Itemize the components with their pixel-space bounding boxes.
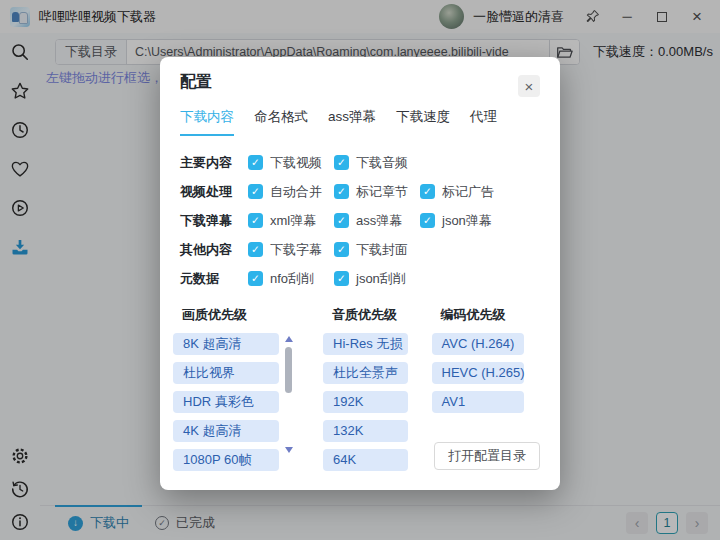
checkbox-download-cover[interactable]: ✓下载封面 [334, 241, 420, 259]
codec-header: 编码优先级 [432, 306, 540, 324]
row-label: 其他内容 [180, 241, 248, 259]
row-other-content: 其他内容 ✓下载字幕 ✓下载封面 [180, 235, 540, 264]
checkbox-download-audio[interactable]: ✓下载音频 [334, 154, 420, 172]
checkbox-checked-icon: ✓ [334, 155, 349, 170]
codec-option[interactable]: AV1 [432, 391, 524, 413]
checkbox-mark-chapters[interactable]: ✓标记章节 [334, 183, 420, 201]
quality-option[interactable]: HDR 真彩色 [173, 391, 279, 413]
row-label: 元数据 [180, 270, 248, 288]
audio-option[interactable]: 64K [323, 449, 408, 471]
codec-option[interactable]: HEVC (H.265) [432, 362, 524, 384]
checkbox-download-subtitles[interactable]: ✓下载字幕 [248, 241, 334, 259]
checkbox-checked-icon: ✓ [420, 213, 435, 228]
checkbox-checked-icon: ✓ [248, 213, 263, 228]
scroll-up-icon[interactable] [285, 336, 293, 342]
row-label: 下载弹幕 [180, 212, 248, 230]
row-video-processing: 视频处理 ✓自动合并 ✓标记章节 ✓标记广告 [180, 177, 540, 206]
quality-option[interactable]: 8K 超高清 [173, 333, 279, 355]
video-quality-column: 画质优先级 8K 超高清 杜比视界 HDR 真彩色 4K 超高清 1080P 6… [173, 306, 323, 478]
checkbox-download-video[interactable]: ✓下载视频 [248, 154, 334, 172]
row-metadata: 元数据 ✓nfo刮削 ✓json刮削 [180, 264, 540, 293]
audio-option[interactable]: 192K [323, 391, 408, 413]
audio-option[interactable]: 132K [323, 420, 408, 442]
checkbox-checked-icon: ✓ [334, 184, 349, 199]
checkbox-checked-icon: ✓ [334, 242, 349, 257]
checkbox-checked-icon: ✓ [248, 271, 263, 286]
tab-ass-danmaku[interactable]: ass弹幕 [328, 108, 376, 136]
quality-list-scrollbar[interactable] [282, 333, 295, 473]
checkbox-checked-icon: ✓ [248, 155, 263, 170]
dialog-title: 配置 [180, 72, 212, 93]
quality-option[interactable]: 杜比视界 [173, 362, 279, 384]
codec-option[interactable]: AVC (H.264) [432, 333, 524, 355]
audio-option[interactable]: 杜比全景声 [323, 362, 408, 384]
tab-naming-format[interactable]: 命名格式 [254, 108, 308, 136]
quality-option[interactable]: 1080P 60帧 [173, 449, 279, 471]
app-window: 哔哩哔哩视频下载器 一脸懵逼的清喜 ─ × [0, 0, 720, 540]
checkbox-json-scrape[interactable]: ✓json刮削 [334, 270, 420, 288]
tab-download-speed[interactable]: 下载速度 [396, 108, 450, 136]
checkbox-xml-danmaku[interactable]: ✓xml弹幕 [248, 212, 334, 230]
audio-quality-column: 音质优先级 Hi-Res 无损 杜比全景声 192K 132K 64K [323, 306, 431, 478]
checkbox-auto-merge[interactable]: ✓自动合并 [248, 183, 334, 201]
checkbox-mark-ads[interactable]: ✓标记广告 [420, 183, 506, 201]
checkbox-checked-icon: ✓ [248, 242, 263, 257]
checkbox-checked-icon: ✓ [420, 184, 435, 199]
audio-quality-header: 音质优先级 [323, 306, 431, 324]
tab-download-content[interactable]: 下载内容 [180, 108, 234, 136]
tab-proxy[interactable]: 代理 [470, 108, 497, 136]
open-config-dir-button[interactable]: 打开配置目录 [434, 442, 540, 470]
checkbox-section: 主要内容 ✓下载视频 ✓下载音频 视频处理 ✓自动合并 ✓标记章节 ✓标记广告 … [180, 148, 540, 293]
codec-list: AVC (H.264) HEVC (H.265) AV1 [432, 333, 524, 413]
audio-option[interactable]: Hi-Res 无损 [323, 333, 408, 355]
dialog-close-button[interactable]: × [518, 75, 540, 97]
checkbox-checked-icon: ✓ [248, 184, 263, 199]
scrollbar-thumb[interactable] [285, 347, 292, 393]
checkbox-checked-icon: ✓ [334, 271, 349, 286]
checkbox-nfo-scrape[interactable]: ✓nfo刮削 [248, 270, 334, 288]
row-label: 视频处理 [180, 183, 248, 201]
config-dialog: 配置 × 下载内容 命名格式 ass弹幕 下载速度 代理 主要内容 ✓下载视频 … [160, 57, 560, 490]
audio-quality-list: Hi-Res 无损 杜比全景声 192K 132K 64K [323, 333, 408, 471]
close-icon: × [525, 79, 534, 94]
row-label: 主要内容 [180, 154, 248, 172]
scroll-down-icon[interactable] [285, 447, 293, 453]
quality-option[interactable]: 4K 超高清 [173, 420, 279, 442]
video-quality-header: 画质优先级 [173, 306, 323, 324]
dialog-tabs: 下载内容 命名格式 ass弹幕 下载速度 代理 [180, 108, 540, 136]
checkbox-json-danmaku[interactable]: ✓json弹幕 [420, 212, 506, 230]
row-main-content: 主要内容 ✓下载视频 ✓下载音频 [180, 148, 540, 177]
video-quality-list: 8K 超高清 杜比视界 HDR 真彩色 4K 超高清 1080P 60帧 [173, 333, 279, 478]
checkbox-checked-icon: ✓ [334, 213, 349, 228]
checkbox-ass-danmaku[interactable]: ✓ass弹幕 [334, 212, 420, 230]
row-download-danmaku: 下载弹幕 ✓xml弹幕 ✓ass弹幕 ✓json弹幕 [180, 206, 540, 235]
